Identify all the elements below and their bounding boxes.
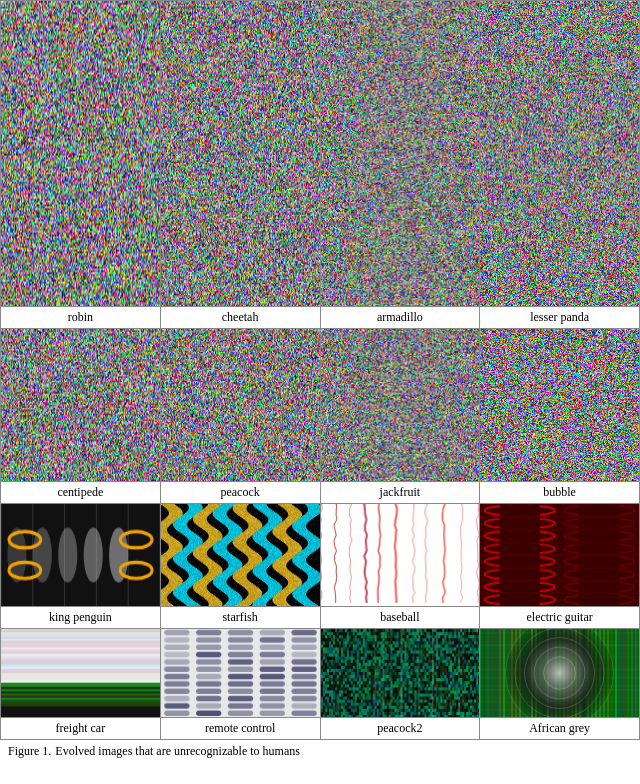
cell-armadillo: armadillo	[321, 1, 481, 329]
image-centipede	[1, 329, 160, 482]
image-peacock	[161, 329, 320, 482]
image-starfish	[161, 504, 320, 606]
cell-baseball: baseball	[321, 504, 481, 629]
cell-peacock: peacock	[161, 329, 321, 505]
label-peacock: peacock	[161, 481, 320, 503]
cell-bubble: bubble	[480, 329, 640, 505]
cell-lesser-panda: lesser panda	[480, 1, 640, 329]
label-jackfruit: jackfruit	[321, 481, 480, 503]
label-centipede: centipede	[1, 481, 160, 503]
cell-african-grey: African grey	[480, 629, 640, 740]
image-cheetah	[161, 1, 320, 306]
label-starfish: starfish	[161, 606, 320, 628]
label-cheetah: cheetah	[161, 306, 320, 328]
image-freight-car	[1, 629, 160, 717]
image-jackfruit	[321, 329, 480, 482]
cell-centipede: centipede	[1, 329, 161, 505]
label-peacock2: peacock2	[321, 717, 480, 739]
label-lesser-panda: lesser panda	[480, 306, 639, 328]
label-bubble: bubble	[480, 481, 639, 503]
label-robin: robin	[1, 306, 160, 328]
image-robin	[1, 1, 160, 306]
label-african-grey: African grey	[480, 717, 639, 739]
label-electric-guitar: electric guitar	[480, 606, 639, 628]
cell-jackfruit: jackfruit	[321, 329, 481, 505]
figure-label: Figure 1.	[8, 744, 51, 759]
image-king-penguin	[1, 504, 160, 606]
cell-starfish: starfish	[161, 504, 321, 629]
cell-freight-car: freight car	[1, 629, 161, 740]
cell-peacock2: peacock2	[321, 629, 481, 740]
label-remote-control: remote control	[161, 717, 320, 739]
cell-cheetah: cheetah	[161, 1, 321, 329]
image-grid: robin cheetah armadillo lesser panda c	[0, 0, 640, 740]
cell-robin: robin	[1, 1, 161, 329]
image-african-grey	[480, 629, 639, 717]
label-king-penguin: king penguin	[1, 606, 160, 628]
figure-text: Evolved images that are unrecognizable t…	[55, 744, 300, 759]
label-freight-car: freight car	[1, 717, 160, 739]
image-electric-guitar	[480, 504, 639, 606]
main-container: robin cheetah armadillo lesser panda c	[0, 0, 640, 763]
label-armadillo: armadillo	[321, 306, 480, 328]
cell-electric-guitar: electric guitar	[480, 504, 640, 629]
figure-caption: Figure 1. Evolved images that are unreco…	[0, 740, 640, 763]
image-armadillo	[321, 1, 480, 306]
cell-king-penguin: king penguin	[1, 504, 161, 629]
image-baseball	[321, 504, 480, 606]
image-lesser-panda	[480, 1, 639, 306]
image-peacock2	[321, 629, 480, 717]
cell-remote-control: remote control	[161, 629, 321, 740]
image-bubble	[480, 329, 639, 482]
label-baseball: baseball	[321, 606, 480, 628]
image-remote-control	[161, 629, 320, 717]
